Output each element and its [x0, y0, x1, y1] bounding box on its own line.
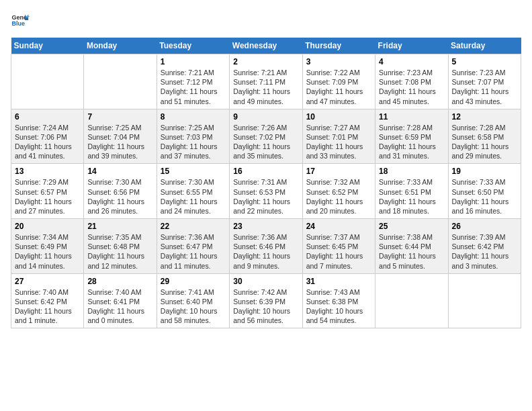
day-detail: Sunrise: 7:21 AMSunset: 7:11 PMDaylight:…	[233, 68, 298, 106]
day-detail: Sunrise: 7:33 AMSunset: 6:51 PMDaylight:…	[379, 177, 444, 216]
day-number: 7	[87, 112, 152, 122]
day-detail: Sunrise: 7:39 AMSunset: 6:42 PMDaylight:…	[452, 232, 517, 271]
day-number: 28	[87, 277, 152, 286]
day-detail: Sunrise: 7:31 AMSunset: 6:53 PMDaylight:…	[233, 177, 298, 216]
day-detail: Sunrise: 7:21 AMSunset: 7:12 PMDaylight:…	[161, 68, 226, 106]
calendar-cell: 20Sunrise: 7:34 AMSunset: 6:49 PMDayligh…	[11, 219, 84, 274]
calendar-cell: 30Sunrise: 7:42 AMSunset: 6:39 PMDayligh…	[230, 273, 302, 328]
day-number: 6	[15, 112, 80, 122]
day-number: 18	[379, 167, 444, 176]
day-number: 3	[306, 57, 371, 66]
day-number: 12	[452, 112, 517, 122]
week-row-1: 1Sunrise: 7:21 AMSunset: 7:12 PMDaylight…	[11, 54, 521, 109]
day-number: 25	[379, 222, 444, 231]
weekday-header-saturday: Saturday	[448, 38, 521, 54]
day-detail: Sunrise: 7:23 AMSunset: 7:07 PMDaylight:…	[452, 68, 517, 106]
day-detail: Sunrise: 7:37 AMSunset: 6:45 PMDaylight:…	[306, 232, 371, 271]
calendar-cell	[375, 273, 448, 328]
calendar-cell: 2Sunrise: 7:21 AMSunset: 7:11 PMDaylight…	[230, 54, 302, 109]
day-number: 10	[306, 112, 371, 122]
calendar-cell: 13Sunrise: 7:29 AMSunset: 6:57 PMDayligh…	[11, 164, 84, 219]
calendar-cell: 16Sunrise: 7:31 AMSunset: 6:53 PMDayligh…	[230, 164, 302, 219]
day-number: 8	[161, 112, 226, 122]
calendar-cell: 7Sunrise: 7:25 AMSunset: 7:04 PMDaylight…	[84, 109, 157, 164]
calendar-cell: 23Sunrise: 7:36 AMSunset: 6:46 PMDayligh…	[230, 219, 302, 274]
day-detail: Sunrise: 7:30 AMSunset: 6:56 PMDaylight:…	[87, 177, 152, 216]
day-detail: Sunrise: 7:30 AMSunset: 6:55 PMDaylight:…	[161, 177, 226, 216]
calendar-cell	[11, 54, 84, 109]
day-detail: Sunrise: 7:26 AMSunset: 7:02 PMDaylight:…	[233, 123, 298, 161]
day-number: 20	[15, 222, 80, 231]
calendar-cell: 27Sunrise: 7:40 AMSunset: 6:42 PMDayligh…	[11, 273, 84, 328]
day-detail: Sunrise: 7:40 AMSunset: 6:42 PMDaylight:…	[15, 287, 80, 326]
calendar-cell: 18Sunrise: 7:33 AMSunset: 6:51 PMDayligh…	[375, 164, 448, 219]
weekday-header-wednesday: Wednesday	[230, 38, 302, 54]
day-detail: Sunrise: 7:40 AMSunset: 6:41 PMDaylight:…	[87, 287, 152, 326]
day-detail: Sunrise: 7:24 AMSunset: 7:06 PMDaylight:…	[15, 123, 80, 161]
day-number: 11	[379, 112, 444, 122]
day-detail: Sunrise: 7:33 AMSunset: 6:50 PMDaylight:…	[452, 177, 517, 216]
day-number: 27	[15, 277, 80, 286]
day-number: 9	[233, 112, 298, 122]
calendar-cell: 19Sunrise: 7:33 AMSunset: 6:50 PMDayligh…	[448, 164, 521, 219]
weekday-header-monday: Monday	[84, 38, 157, 54]
calendar-cell: 3Sunrise: 7:22 AMSunset: 7:09 PMDaylight…	[302, 54, 375, 109]
calendar-cell: 11Sunrise: 7:28 AMSunset: 6:59 PMDayligh…	[375, 109, 448, 164]
day-number: 5	[452, 57, 517, 66]
calendar-cell: 6Sunrise: 7:24 AMSunset: 7:06 PMDaylight…	[11, 109, 84, 164]
calendar-cell: 8Sunrise: 7:25 AMSunset: 7:03 PMDaylight…	[157, 109, 229, 164]
day-detail: Sunrise: 7:23 AMSunset: 7:08 PMDaylight:…	[379, 68, 444, 106]
day-detail: Sunrise: 7:25 AMSunset: 7:03 PMDaylight:…	[161, 123, 226, 161]
calendar-cell	[448, 273, 521, 328]
day-detail: Sunrise: 7:28 AMSunset: 6:58 PMDaylight:…	[452, 123, 517, 161]
calendar-cell: 28Sunrise: 7:40 AMSunset: 6:41 PMDayligh…	[84, 273, 157, 328]
page-header: General Blue	[11, 11, 521, 30]
day-detail: Sunrise: 7:35 AMSunset: 6:48 PMDaylight:…	[87, 232, 152, 271]
calendar-cell: 25Sunrise: 7:38 AMSunset: 6:44 PMDayligh…	[375, 219, 448, 274]
weekday-header-tuesday: Tuesday	[157, 38, 229, 54]
calendar-cell: 15Sunrise: 7:30 AMSunset: 6:55 PMDayligh…	[157, 164, 229, 219]
day-number: 15	[161, 167, 226, 176]
day-number: 24	[306, 222, 371, 231]
calendar-cell: 1Sunrise: 7:21 AMSunset: 7:12 PMDaylight…	[157, 54, 229, 109]
day-number: 16	[233, 167, 298, 176]
day-detail: Sunrise: 7:42 AMSunset: 6:39 PMDaylight:…	[233, 287, 298, 326]
day-detail: Sunrise: 7:34 AMSunset: 6:49 PMDaylight:…	[15, 232, 80, 271]
weekday-header-thursday: Thursday	[302, 38, 375, 54]
week-row-4: 20Sunrise: 7:34 AMSunset: 6:49 PMDayligh…	[11, 219, 521, 274]
week-row-3: 13Sunrise: 7:29 AMSunset: 6:57 PMDayligh…	[11, 164, 521, 219]
calendar-cell: 4Sunrise: 7:23 AMSunset: 7:08 PMDaylight…	[375, 54, 448, 109]
calendar-cell: 24Sunrise: 7:37 AMSunset: 6:45 PMDayligh…	[302, 219, 375, 274]
calendar-cell: 29Sunrise: 7:41 AMSunset: 6:40 PMDayligh…	[157, 273, 229, 328]
day-detail: Sunrise: 7:32 AMSunset: 6:52 PMDaylight:…	[306, 177, 371, 216]
calendar-cell: 26Sunrise: 7:39 AMSunset: 6:42 PMDayligh…	[448, 219, 521, 274]
calendar-cell: 17Sunrise: 7:32 AMSunset: 6:52 PMDayligh…	[302, 164, 375, 219]
day-detail: Sunrise: 7:22 AMSunset: 7:09 PMDaylight:…	[306, 68, 371, 106]
day-detail: Sunrise: 7:25 AMSunset: 7:04 PMDaylight:…	[87, 123, 152, 161]
day-detail: Sunrise: 7:29 AMSunset: 6:57 PMDaylight:…	[15, 177, 80, 216]
day-detail: Sunrise: 7:43 AMSunset: 6:38 PMDaylight:…	[306, 287, 371, 326]
svg-text:Blue: Blue	[11, 20, 25, 27]
day-detail: Sunrise: 7:27 AMSunset: 7:01 PMDaylight:…	[306, 123, 371, 161]
calendar-cell: 12Sunrise: 7:28 AMSunset: 6:58 PMDayligh…	[448, 109, 521, 164]
calendar-cell: 21Sunrise: 7:35 AMSunset: 6:48 PMDayligh…	[84, 219, 157, 274]
calendar-cell	[84, 54, 157, 109]
day-number: 13	[15, 167, 80, 176]
week-row-2: 6Sunrise: 7:24 AMSunset: 7:06 PMDaylight…	[11, 109, 521, 164]
logo-icon: General Blue	[11, 11, 30, 30]
day-number: 1	[161, 57, 226, 66]
day-number: 14	[87, 167, 152, 176]
weekday-header-sunday: Sunday	[11, 38, 84, 54]
calendar-cell: 22Sunrise: 7:36 AMSunset: 6:47 PMDayligh…	[157, 219, 229, 274]
day-detail: Sunrise: 7:36 AMSunset: 6:47 PMDaylight:…	[161, 232, 226, 271]
day-number: 2	[233, 57, 298, 66]
calendar-cell: 9Sunrise: 7:26 AMSunset: 7:02 PMDaylight…	[230, 109, 302, 164]
day-number: 23	[233, 222, 298, 231]
calendar-cell: 14Sunrise: 7:30 AMSunset: 6:56 PMDayligh…	[84, 164, 157, 219]
day-detail: Sunrise: 7:28 AMSunset: 6:59 PMDaylight:…	[379, 123, 444, 161]
day-number: 19	[452, 167, 517, 176]
day-number: 26	[452, 222, 517, 231]
day-number: 21	[87, 222, 152, 231]
day-detail: Sunrise: 7:36 AMSunset: 6:46 PMDaylight:…	[233, 232, 298, 271]
calendar-cell: 31Sunrise: 7:43 AMSunset: 6:38 PMDayligh…	[302, 273, 375, 328]
